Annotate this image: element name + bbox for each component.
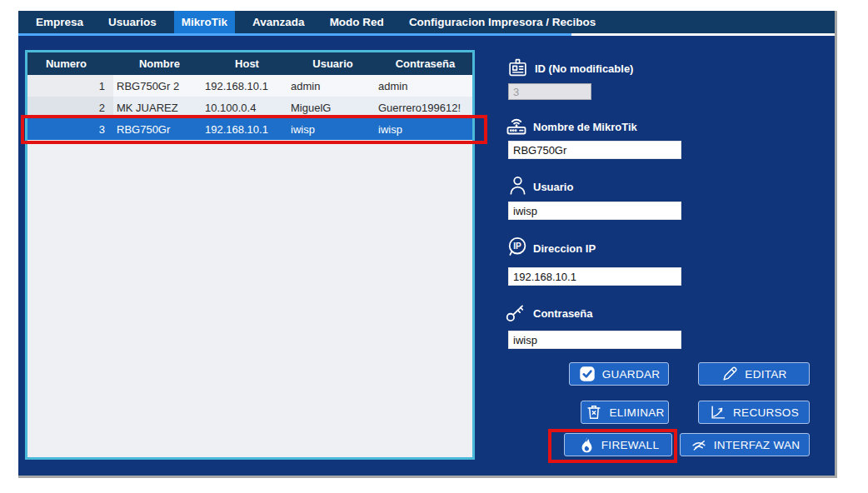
mikrotik-table: Numero Nombre Host Usuario Contraseña 1 … — [25, 50, 475, 460]
table-header-row: Numero Nombre Host Usuario Contraseña — [27, 52, 472, 75]
column-header-contrasena[interactable]: Contraseña — [375, 52, 472, 75]
editar-label: EDITAR — [745, 368, 786, 381]
cell-nombre: RBG750Gr — [113, 118, 202, 140]
user-field[interactable] — [508, 202, 681, 220]
user-field-label: Usuario — [533, 181, 573, 193]
tab-bar: Empresa Usuarios MikroTik Avanzada Modo … — [18, 11, 835, 33]
id-field-label: ID (No modificable) — [535, 62, 633, 75]
password-field-label: Contraseña — [533, 307, 593, 320]
name-field-label: Nombre de MikroTik — [533, 121, 637, 133]
eliminar-label: ELIMINAR — [609, 406, 664, 419]
column-header-numero[interactable]: Numero — [27, 52, 113, 75]
firewall-button[interactable]: FIREWALL — [564, 433, 672, 456]
cell-contrasena: iwisp — [375, 118, 472, 140]
check-icon — [578, 365, 596, 383]
editar-button[interactable]: EDITAR — [698, 362, 810, 386]
cell-usuario: MiguelG — [289, 97, 375, 118]
password-field[interactable] — [508, 331, 681, 349]
recursos-button[interactable]: RECURSOS — [698, 401, 810, 424]
column-header-nombre[interactable]: Nombre — [113, 52, 202, 75]
cell-contrasena: admin — [375, 75, 472, 97]
interfaz-wan-label: INTERFAZ WAN — [714, 439, 801, 451]
cell-nombre: RBG750Gr 2 — [113, 75, 202, 97]
tab-empresa[interactable]: Empresa — [28, 11, 91, 33]
recursos-label: RECURSOS — [733, 406, 799, 419]
tab-avanzada[interactable]: Avanzada — [245, 11, 312, 33]
trash-icon — [585, 403, 603, 421]
table-row[interactable]: 2 MK JUAREZ 10.100.0.4 MiguelG Guerrero1… — [27, 97, 472, 118]
cell-usuario: admin — [289, 75, 375, 97]
tab-configuracion-impresora-recibos[interactable]: Configuracion Impresora / Recibos — [402, 11, 603, 33]
ip-icon: IP — [506, 236, 528, 258]
ip-field-label: Direccion IP — [533, 242, 596, 255]
id-badge-icon — [507, 57, 528, 78]
cell-usuario: iwisp — [289, 118, 375, 140]
name-field[interactable] — [508, 141, 681, 159]
cell-numero: 1 — [27, 75, 113, 97]
wan-signal-icon — [690, 436, 708, 454]
router-icon — [505, 113, 528, 137]
cell-contrasena: Guerrero199612! — [375, 97, 472, 118]
tab-modo-red[interactable]: Modo Red — [322, 11, 392, 33]
chart-curve-icon — [709, 403, 727, 421]
guardar-button[interactable]: GUARDAR — [569, 362, 669, 386]
cell-host: 192.168.10.1 — [202, 75, 289, 97]
user-icon — [506, 173, 529, 197]
column-header-usuario[interactable]: Usuario — [289, 52, 375, 75]
cell-nombre: MK JUAREZ — [113, 97, 202, 118]
guardar-label: GUARDAR — [602, 368, 661, 381]
cell-numero: 3 — [27, 118, 113, 140]
tab-mikrotik[interactable]: MikroTik — [174, 11, 235, 33]
app-window: Empresa Usuarios MikroTik Avanzada Modo … — [0, 0, 868, 493]
ip-field[interactable] — [508, 267, 681, 286]
tab-usuarios[interactable]: Usuarios — [101, 11, 164, 33]
eliminar-button[interactable]: ELIMINAR — [581, 401, 669, 424]
column-header-host[interactable]: Host — [202, 52, 289, 75]
main-panel: Empresa Usuarios MikroTik Avanzada Modo … — [18, 11, 837, 478]
table-row-selected[interactable]: 3 RBG750Gr 192.168.10.1 iwisp iwisp — [27, 118, 472, 140]
interfaz-wan-button[interactable]: INTERFAZ WAN — [680, 433, 810, 456]
cell-host: 192.168.10.1 — [202, 118, 289, 140]
table-row[interactable]: 1 RBG750Gr 2 192.168.10.1 admin admin — [27, 75, 472, 97]
svg-text:IP: IP — [513, 242, 521, 251]
flame-icon — [577, 436, 596, 454]
pencil-icon — [721, 365, 739, 383]
cell-numero: 2 — [27, 97, 113, 118]
firewall-label: FIREWALL — [601, 439, 659, 451]
id-field — [508, 83, 591, 100]
key-icon — [504, 301, 526, 324]
cell-host: 10.100.0.4 — [202, 97, 289, 118]
tab-underline — [18, 33, 571, 36]
tab-underline-rest — [571, 33, 835, 36]
